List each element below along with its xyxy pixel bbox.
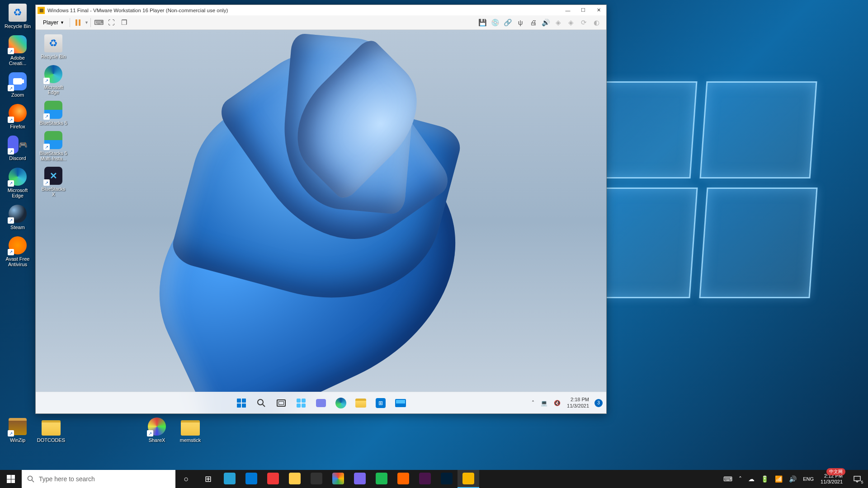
desktop-icon-bluestacks-5-multi-insta-[interactable]: ↗ BlueStacks 5 Multi-Insta... <box>38 129 68 162</box>
tray-chevron-icon[interactable]: ˄ <box>736 470 745 488</box>
taskbar-app-app-dark[interactable] <box>306 470 327 488</box>
guest-taskbar-task-view[interactable] <box>272 394 290 412</box>
player-menu[interactable]: Player ▼ <box>39 18 68 28</box>
vmware-window: ▦ Windows 11 Final - VMware Workstation … <box>35 5 607 414</box>
guest-taskbar-search[interactable] <box>252 394 270 412</box>
svg-point-2 <box>28 476 33 481</box>
desktop-icon-label: WinZip <box>10 437 25 443</box>
taskbar-app-cortana[interactable]: ○ <box>175 470 197 488</box>
desktop-icon-discord[interactable]: ↗ 🎮 Discord <box>2 134 33 162</box>
desktop-icon-label: BlueStacks 5 Multi-Insta... <box>39 151 67 161</box>
steam-icon: ↗ <box>8 204 28 224</box>
desktop-icon-steam[interactable]: ↗ Steam <box>2 203 33 231</box>
device-usb-icon[interactable]: ψ <box>514 16 527 29</box>
taskbar-app-vivaldi[interactable] <box>262 470 284 488</box>
discord-icon: ↗ 🎮 <box>8 135 28 155</box>
desktop-icon-recycle-bin[interactable]: Recycle Bin <box>2 2 33 30</box>
tray-wifi-icon[interactable]: 📶 <box>772 470 786 488</box>
vmware-title-text: Windows 11 Final - VMware Workstation 16… <box>47 8 228 13</box>
taskbar-app-firefox[interactable] <box>392 470 414 488</box>
maximize-button[interactable]: ☐ <box>576 5 591 15</box>
taskbar-app-vmware[interactable] <box>458 470 479 488</box>
taskbar-app-chrome[interactable] <box>327 470 349 488</box>
close-button[interactable]: ✕ <box>591 5 606 15</box>
send-ctrl-alt-del-button[interactable]: ⌨ <box>93 16 105 29</box>
desktop-icon-sharex[interactable]: ↗ ShareX <box>141 416 173 444</box>
tray-battery-icon[interactable]: 🔋 <box>758 470 772 488</box>
desktop-icon-label: Recycle Bin <box>41 54 66 60</box>
bin-icon <box>8 3 28 23</box>
desktop-icon-microsoft-edge[interactable]: ↗ Microsoft Edge <box>38 63 68 96</box>
taskbar-app-store[interactable] <box>219 470 241 488</box>
tray-lang-icon[interactable]: ENG <box>800 470 817 488</box>
desktop-icon-firefox[interactable]: ↗ Firefox <box>2 102 33 130</box>
desktop-icon-label: Adobe Creati... <box>3 55 33 66</box>
pause-vm-button[interactable] <box>72 16 85 29</box>
desktop-icon-label: Discord <box>9 155 26 161</box>
guest-taskbar-chat[interactable] <box>312 394 330 412</box>
tray-ime-icon[interactable]: ⌨ <box>720 470 736 488</box>
device-hdd-icon[interactable]: 💾 <box>476 16 489 29</box>
desktop-icon-avast-free-antivirus[interactable]: ↗ Avast Free Antivirus <box>2 235 33 268</box>
svg-point-0 <box>258 399 263 405</box>
desktop-icon-microsoft-edge[interactable]: ↗ Microsoft Edge <box>2 166 33 199</box>
taskbar-app-slack[interactable] <box>414 470 436 488</box>
guest-taskbar-widgets[interactable] <box>292 394 310 412</box>
desktop-icon-adobe-creati-[interactable]: ↗ Adobe Creati... <box>2 33 33 67</box>
device-disabled-2-icon: ◈ <box>565 16 577 29</box>
device-printer-icon[interactable]: 🖨 <box>527 16 539 29</box>
device-disabled-4-icon: ◐ <box>590 16 603 29</box>
desktop-icon-recycle-bin[interactable]: Recycle Bin <box>38 33 68 61</box>
folder-icon <box>180 417 200 436</box>
guest-taskbar-start[interactable] <box>232 394 250 412</box>
guest-taskbar-edge[interactable] <box>332 394 350 412</box>
desktop-icon-dotcodes[interactable]: DOTCODES <box>35 416 67 444</box>
device-cd-icon[interactable]: 💿 <box>489 16 501 29</box>
host-taskbar: Type here to search ○⊞ ⌨ ˄ ☁ 🔋 📶 🔊 ENG 2… <box>0 470 868 488</box>
device-sound-icon[interactable]: 🔊 <box>539 16 552 29</box>
action-center-button[interactable]: 5 <box>846 470 868 488</box>
guest-tray-status-icon[interactable]: 💻 <box>538 398 550 408</box>
unity-button[interactable]: ❐ <box>118 16 131 29</box>
vmware-titlebar[interactable]: ▦ Windows 11 Final - VMware Workstation … <box>36 5 606 15</box>
bsx-icon: ↗ <box>43 166 63 186</box>
guest-tray-chevron-icon[interactable]: ˄ <box>529 398 537 408</box>
guest-notification-badge[interactable]: 3 <box>594 399 603 407</box>
fullscreen-button[interactable]: ⛶ <box>105 16 118 29</box>
guest-clock[interactable]: 2:18 PM 11/3/2021 <box>564 397 592 408</box>
guest-tray-volume-icon[interactable]: 🔇 <box>551 398 563 408</box>
taskbar-app-spotify[interactable] <box>371 470 392 488</box>
taskbar-app-mail[interactable] <box>241 470 262 488</box>
guest-desktop[interactable]: Recycle Bin ↗ Microsoft Edge ↗ BlueStack… <box>36 30 606 413</box>
guest-taskbar-store[interactable]: ⊞ <box>372 394 390 412</box>
desktop-icon-label: Avast Free Antivirus <box>3 256 33 267</box>
desktop-icon-label: Recycle Bin <box>5 23 31 29</box>
desktop-icon-bluestacks-5[interactable]: ↗ BlueStacks 5 <box>38 99 68 127</box>
svg-line-3 <box>32 480 34 483</box>
svg-line-1 <box>263 404 265 407</box>
power-dropdown[interactable]: ▼ <box>85 20 89 25</box>
desktop-icon-zoom[interactable]: ↗ Zoom <box>2 70 33 99</box>
device-disabled-3-icon: ⟳ <box>577 16 590 29</box>
minimize-button[interactable]: — <box>560 5 576 15</box>
search-input[interactable]: Type here to search <box>22 470 175 488</box>
taskbar-app-cortana2[interactable] <box>349 470 371 488</box>
news-widget[interactable]: 中文网 <box>826 468 845 475</box>
desktop-icon-label: Firefox <box>10 124 25 129</box>
tray-volume-icon[interactable]: 🔊 <box>786 470 800 488</box>
desktop-icon-label: Microsoft Edge <box>39 85 67 95</box>
desktop-icon-memstick[interactable]: memstick <box>175 416 206 444</box>
guest-taskbar-mail[interactable] <box>392 394 410 412</box>
desktop-icon-winzip[interactable]: ↗ WinZip <box>2 416 33 444</box>
win10-logo-wallpaper <box>597 81 832 316</box>
start-button[interactable] <box>0 470 22 488</box>
tray-onedrive-icon[interactable]: ☁ <box>745 470 758 488</box>
taskbar-app-file-explorer[interactable] <box>284 470 306 488</box>
desktop-icon-bluestacks-x[interactable]: ↗ BlueStacks X <box>38 165 68 198</box>
taskbar-app-photoshop[interactable] <box>436 470 458 488</box>
desktop-icon-label: BlueStacks 5 <box>39 121 67 126</box>
taskbar-app-task-view[interactable]: ⊞ <box>197 470 219 488</box>
guest-taskbar-file-explorer[interactable] <box>352 394 370 412</box>
vmware-toolbar: Player ▼ ▼ ⌨ ⛶ ❐ 💾 💿 🔗 ψ 🖨 🔊 ◈ ◈ ⟳ ◐ <box>36 15 606 30</box>
device-network-icon[interactable]: 🔗 <box>501 16 514 29</box>
